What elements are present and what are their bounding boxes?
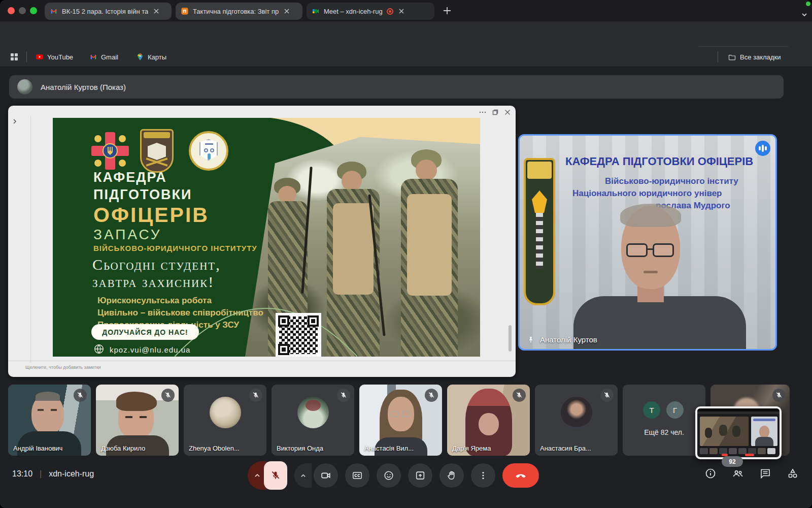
apps-grid-icon[interactable] xyxy=(10,53,18,61)
end-call-button[interactable] xyxy=(502,463,539,488)
new-tab-button[interactable] xyxy=(443,6,452,15)
speaker-bg-slide-line1: Військово-юридичного інститу xyxy=(605,176,738,186)
camera-active-indicator xyxy=(806,2,810,6)
tab-title: Тактична підготовка: Звіт пр xyxy=(193,8,279,15)
slide-subtitle: ВІЙСЬКОВО-ЮРИДИЧНОГО ІНСТИТУТУ xyxy=(93,244,257,252)
more-options-button[interactable] xyxy=(471,463,495,488)
participant-tile[interactable]: Zhenya Obolen... xyxy=(184,385,266,456)
mic-muted-icon xyxy=(249,389,262,402)
presenter-avatar xyxy=(17,79,32,94)
tab-overflow-chevron-icon[interactable] xyxy=(801,11,808,18)
mic-muted-icon xyxy=(337,389,350,402)
qr-code xyxy=(276,313,321,357)
participants-panel-button[interactable] xyxy=(732,467,744,480)
folder-icon xyxy=(728,53,736,61)
tab-meet-active[interactable]: Meet – xdn-iceh-rug xyxy=(307,3,434,20)
participant-tile[interactable]: Анастасія Вил... xyxy=(359,385,442,456)
participant-count-badge: 92 xyxy=(722,456,743,467)
participant-tile[interactable]: Дар'я Ярема xyxy=(447,385,530,456)
participant-tile[interactable]: Андрій Іванович xyxy=(8,385,91,456)
ppt-scrollbar[interactable] xyxy=(509,325,512,352)
participant-name: Анастасія Вил... xyxy=(364,444,414,452)
tab-strip: ВК-15 2 пара. Історія війн та Тактична п… xyxy=(0,0,812,21)
meeting-time: 13:10 xyxy=(12,469,32,479)
bookmark-youtube[interactable]: YouTube xyxy=(36,52,73,62)
mic-muted-button[interactable] xyxy=(264,461,287,490)
participant-avatar xyxy=(210,397,241,428)
slide-title-line2: ПІДГОТОВКИ xyxy=(93,187,192,203)
presenter-banner-label: Анатолій Куртов (Показ) xyxy=(41,83,126,91)
present-button[interactable] xyxy=(408,463,432,488)
notes-divider xyxy=(8,361,516,361)
mic-control-group xyxy=(248,461,287,490)
bookmark-maps[interactable]: Карты xyxy=(136,52,166,62)
speaker-bg-slide-title: КАФЕДРА ПІДГОТОВКИ ОФІЦЕРІВ xyxy=(565,155,753,168)
participant-name: Дар'я Ярема xyxy=(452,444,491,452)
pip-meeting-preview[interactable] xyxy=(695,406,782,459)
participant-tile[interactable]: Дзюба Кирило xyxy=(96,385,179,456)
thumbnails-expand-chevron-icon[interactable] xyxy=(12,119,17,124)
pip-endcall-button xyxy=(745,454,754,456)
tab-history-lesson[interactable]: ВК-15 2 пара. Історія війн та xyxy=(45,3,172,20)
participant-tile[interactable]: Виктория Онда xyxy=(272,385,354,456)
meet-favicon xyxy=(312,7,320,15)
speaker-name: Анатолій Куртов xyxy=(540,335,597,344)
university-round-emblem xyxy=(189,131,228,171)
camera-options-chevron[interactable] xyxy=(294,463,312,488)
mic-muted-icon xyxy=(425,389,438,402)
macos-zoom-button[interactable] xyxy=(30,7,37,14)
pip-tiles-row xyxy=(700,448,775,454)
notes-hint[interactable]: Щелкните, чтобы добавить заметки xyxy=(25,365,101,370)
speaker-bg-slide-line2: Національного юридичного універ xyxy=(572,188,722,199)
tab-title: Meet – xdn-iceh-rug xyxy=(324,8,383,15)
browser-window: ВК-15 2 пара. Історія війн та Тактична п… xyxy=(0,0,812,508)
speaker-face xyxy=(621,206,680,289)
tab-close-icon[interactable] xyxy=(283,7,291,15)
mic-muted-icon xyxy=(74,389,87,402)
bookmark-gmail[interactable]: Gmail xyxy=(89,52,118,62)
gmail-favicon xyxy=(50,7,58,15)
tab-close-icon[interactable] xyxy=(152,7,160,15)
participant-name: Виктория Онда xyxy=(277,444,323,452)
meeting-details-button[interactable] xyxy=(704,467,717,480)
macos-close-button[interactable] xyxy=(8,7,15,14)
more-participants-label: Ещё 82 чел. xyxy=(623,428,705,436)
tab-tactical-training[interactable]: Тактична підготовка: Звіт пр xyxy=(176,3,302,20)
speaker-tile[interactable]: КАФЕДРА ПІДГОТОВКИ ОФІЦЕРІВ Військово-юр… xyxy=(518,134,777,351)
raise-hand-button[interactable] xyxy=(439,463,464,488)
armed-forces-emblem xyxy=(91,132,129,170)
mic-muted-icon xyxy=(161,389,175,402)
captions-button[interactable] xyxy=(345,463,369,488)
pip-shared-slide xyxy=(700,417,749,446)
reactions-button[interactable] xyxy=(377,463,401,488)
tab-close-icon[interactable] xyxy=(397,7,405,15)
participant-name: Zhenya Obolen... xyxy=(189,444,240,452)
ppt-menu-dots-icon[interactable] xyxy=(479,109,486,116)
meeting-info-footer: 13:10 | xdn-iceh-rug xyxy=(12,469,94,479)
mic-muted-icon xyxy=(772,389,786,402)
macos-minimize-button[interactable] xyxy=(19,7,26,14)
participant-tile[interactable]: Анастасия Бра... xyxy=(535,385,618,456)
activities-button[interactable] xyxy=(787,467,799,480)
slide-title-line4: ЗАПАСУ xyxy=(93,227,162,243)
pin-icon xyxy=(527,336,535,344)
meeting-code: xdn-iceh-rug xyxy=(49,469,94,479)
recording-indicator-icon xyxy=(387,8,393,15)
gmail-icon xyxy=(89,53,97,61)
ppt-close-icon[interactable] xyxy=(504,109,511,115)
ppt-restore-icon[interactable] xyxy=(492,109,498,115)
camera-control-group xyxy=(294,463,338,488)
camera-button[interactable] xyxy=(314,463,338,488)
screen-share-window: КАФЕДРА ПІДГОТОВКИ ОФІЦЕРІВ ЗАПАСУ ВІЙСЬ… xyxy=(8,106,516,377)
all-bookmarks-button[interactable]: Все закладки xyxy=(728,52,781,62)
site-favicon xyxy=(181,7,189,15)
chat-panel-button[interactable] xyxy=(759,467,771,480)
browser-toolbar: meet.google.com/xdn-iceh-rug ABP З xyxy=(0,21,812,47)
slide-title-line1: КАФЕДРА xyxy=(93,170,167,185)
mic-muted-icon xyxy=(600,389,614,402)
participant-name: Анастасия Бра... xyxy=(540,444,591,452)
presenter-banner[interactable]: Анатолій Куртов (Показ) xyxy=(9,75,784,99)
meet-page: Анатолій Куртов (Показ) xyxy=(0,67,812,508)
ppt-panel-divider xyxy=(30,116,31,363)
more-participants-tile[interactable]: Т Г Ещё 82 чел. xyxy=(623,385,705,456)
